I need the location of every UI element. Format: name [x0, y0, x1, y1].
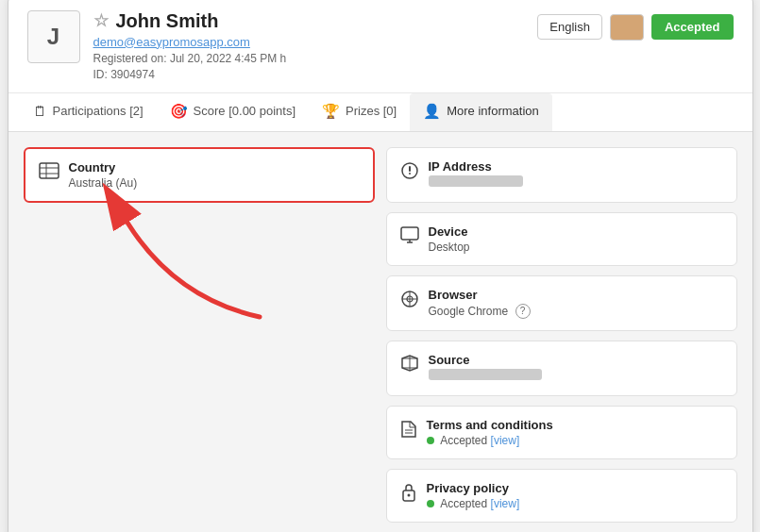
terms-icon — [400, 420, 417, 443]
registered-date: Registered on: Jul 20, 2022 4:45 PM h — [93, 52, 287, 65]
ip-value — [429, 175, 523, 187]
tabs-bar: 🗒 Participations [2] 🎯 Score [0.00 point… — [8, 93, 752, 132]
ip-title: IP Address — [429, 159, 723, 174]
svg-rect-8 — [401, 227, 418, 240]
score-icon: 🎯 — [170, 103, 188, 120]
tab-score-label: Score [0.00 points] — [194, 104, 296, 118]
tab-more-info-label: More information — [447, 104, 539, 118]
country-icon — [39, 162, 59, 184]
content-area: Country Australia (Au) — [8, 132, 752, 533]
user-email[interactable]: demo@easypromosapp.com — [93, 35, 287, 49]
svg-point-22 — [407, 493, 410, 496]
source-icon — [400, 355, 419, 376]
tab-participations[interactable]: 🗒 Participations [2] — [20, 93, 157, 131]
source-value — [429, 369, 542, 380]
terms-content: Terms and conditions Accepted [view] — [427, 418, 723, 447]
star-icon[interactable]: ☆ — [93, 10, 109, 31]
language-button[interactable]: English — [537, 14, 602, 40]
browser-title: Browser — [429, 288, 723, 302]
terms-title: Terms and conditions — [427, 418, 723, 432]
main-window: J ☆ John Smith demo@easypromosapp.com Re… — [8, 0, 753, 532]
source-content: Source — [429, 353, 723, 384]
accepted-button[interactable]: Accepted — [651, 14, 734, 40]
user-name-row: ☆ John Smith — [93, 10, 287, 32]
privacy-content: Privacy policy Accepted [view] — [427, 481, 723, 510]
privacy-value: Accepted [view] — [427, 497, 723, 510]
device-title: Device — [429, 224, 723, 239]
more-info-icon: 👤 — [423, 103, 441, 120]
header: J ☆ John Smith demo@easypromosapp.com Re… — [8, 0, 752, 93]
left-column: Country Australia (Au) — [24, 147, 375, 523]
privacy-icon — [400, 483, 417, 507]
svg-rect-0 — [40, 163, 59, 178]
tab-participations-label: Participations [2] — [53, 104, 144, 118]
privacy-card: Privacy policy Accepted [view] — [386, 469, 737, 523]
prizes-icon: 🏆 — [322, 103, 340, 120]
ip-icon — [400, 161, 419, 185]
participations-icon: 🗒 — [33, 103, 47, 119]
user-info: ☆ John Smith demo@easypromosapp.com Regi… — [93, 10, 287, 81]
color-swatch[interactable] — [610, 14, 644, 41]
browser-value: Google Chrome ? — [429, 304, 723, 319]
ip-address-card: IP Address — [386, 147, 737, 203]
country-title: Country — [69, 160, 360, 175]
terms-view-link[interactable]: [view] — [491, 434, 520, 447]
device-value: Desktop — [429, 241, 723, 254]
user-profile: J ☆ John Smith demo@easypromosapp.com Re… — [27, 10, 287, 81]
user-id: ID: 3904974 — [93, 68, 287, 81]
source-card: Source — [386, 341, 737, 396]
browser-card: Browser Google Chrome ? — [386, 275, 737, 331]
header-actions: English Accepted — [537, 14, 733, 41]
country-card: Country Australia (Au) — [24, 147, 375, 203]
right-column: IP Address Device De — [386, 147, 737, 523]
terms-card: Terms and conditions Accepted [view] — [386, 406, 737, 459]
device-icon — [400, 226, 419, 248]
browser-icon — [400, 290, 419, 313]
tab-prizes-label: Prizes [0] — [346, 104, 397, 118]
privacy-title: Privacy policy — [427, 481, 723, 495]
terms-value: Accepted [view] — [427, 434, 723, 447]
ip-content: IP Address — [429, 159, 723, 191]
source-title: Source — [429, 353, 723, 367]
tab-prizes[interactable]: 🏆 Prizes [0] — [309, 93, 410, 131]
privacy-status-dot — [427, 500, 434, 507]
svg-point-7 — [409, 173, 411, 175]
country-content: Country Australia (Au) — [69, 160, 360, 190]
tab-more-info[interactable]: 👤 More information — [410, 93, 552, 131]
user-name: John Smith — [116, 10, 219, 32]
terms-status-dot — [427, 437, 434, 444]
country-value: Australia (Au) — [69, 176, 360, 190]
device-content: Device Desktop — [429, 224, 723, 254]
browser-help-icon[interactable]: ? — [515, 304, 531, 319]
tab-score[interactable]: 🎯 Score [0.00 points] — [157, 93, 309, 131]
info-grid: Country Australia (Au) — [24, 147, 737, 523]
device-card: Device Desktop — [386, 212, 737, 266]
privacy-view-link[interactable]: [view] — [491, 497, 520, 510]
avatar: J — [27, 10, 80, 63]
browser-content: Browser Google Chrome ? — [429, 288, 723, 319]
